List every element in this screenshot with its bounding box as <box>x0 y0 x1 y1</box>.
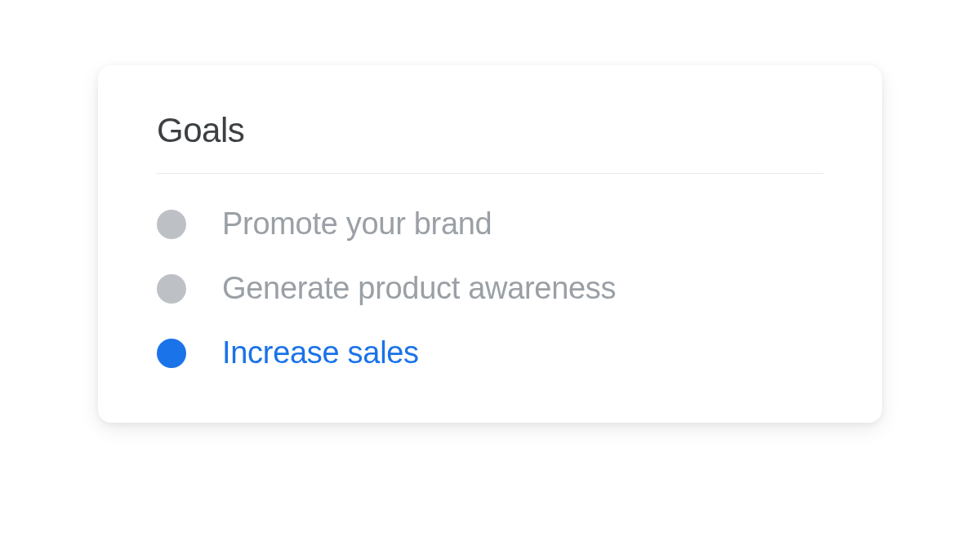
goals-card: Goals Promote your brand Generate produc… <box>98 65 882 423</box>
goal-option-label: Promote your brand <box>222 206 492 242</box>
goal-option-list: Promote your brand Generate product awar… <box>157 206 823 370</box>
goal-option-label: Generate product awareness <box>222 271 616 306</box>
goal-option-label: Increase sales <box>222 335 419 370</box>
radio-icon <box>157 210 186 239</box>
divider <box>157 173 823 174</box>
card-title: Goals <box>157 111 823 150</box>
goal-option-product-awareness[interactable]: Generate product awareness <box>157 271 823 306</box>
radio-icon <box>157 274 186 304</box>
goal-option-increase-sales[interactable]: Increase sales <box>157 335 823 370</box>
radio-icon <box>157 339 186 368</box>
goal-option-promote-brand[interactable]: Promote your brand <box>157 206 823 242</box>
